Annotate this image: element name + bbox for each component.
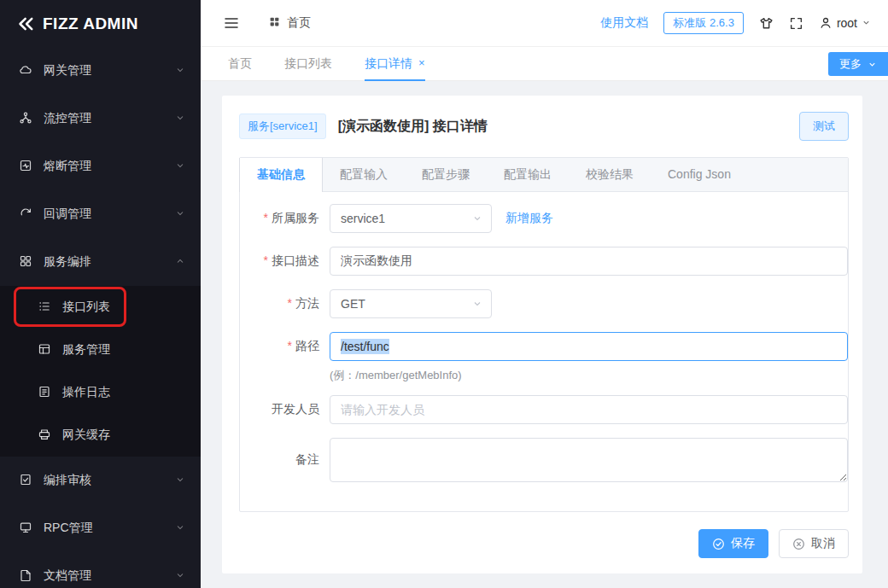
path-input[interactable]: /test/func <box>330 332 848 361</box>
path-input-selected-text: /test/func <box>341 339 389 354</box>
sidebar-item-service-mgmt[interactable]: 服务管理 <box>0 329 201 371</box>
logo-text: FIZZ ADMIN <box>43 15 138 33</box>
chevron-down-icon <box>175 207 185 221</box>
sidebar-item-orchestration[interactable]: 服务编排 <box>0 238 201 286</box>
chevron-up-icon <box>175 255 185 269</box>
tab-config-steps[interactable]: 配置步骤 <box>405 158 487 192</box>
rpc-icon <box>19 521 32 537</box>
sidebar-item-label: 接口列表 <box>62 300 185 315</box>
api-list-icon <box>38 300 51 316</box>
sidebar-item-operation-log[interactable]: 操作日志 <box>0 371 201 414</box>
form-row-remark: 备注 <box>240 438 848 482</box>
required-mark: * <box>288 296 292 310</box>
basic-info-form: *所属服务 service1 新增服务 *接口描述 <box>240 192 848 511</box>
username: root <box>837 16 857 30</box>
service-mgmt-icon <box>38 342 51 358</box>
gateway-icon <box>19 63 32 79</box>
home-breadcrumb[interactable]: 首页 <box>269 15 311 31</box>
gateway-cache-icon <box>38 428 51 444</box>
path-label: *路径 <box>240 339 330 354</box>
chevron-down-icon <box>862 16 871 30</box>
app-root: FIZZ ADMIN 网关管理 流控管理 熔断管理 回调管理 <box>0 0 888 588</box>
close-icon[interactable]: × <box>418 57 425 68</box>
test-button[interactable]: 测试 <box>799 112 849 141</box>
more-label: 更多 <box>839 56 862 72</box>
method-select[interactable]: GET <box>330 289 492 318</box>
sidebar-item-label: 编排审核 <box>44 473 164 488</box>
add-service-link[interactable]: 新增服务 <box>505 211 553 226</box>
tab-validation-result[interactable]: 校验结果 <box>569 158 651 192</box>
service-select-value: service1 <box>341 212 472 225</box>
description-input[interactable] <box>330 247 848 276</box>
person-icon <box>819 16 832 30</box>
form-row-method: *方法 GET <box>240 289 848 318</box>
circuit-breaker-icon <box>19 159 32 175</box>
tab-basic-info[interactable]: 基础信息 <box>239 158 323 192</box>
form-row-service: *所属服务 service1 新增服务 <box>240 204 848 233</box>
user-menu[interactable]: root <box>819 16 871 30</box>
path-hint: (例：/member/getMebInfo) <box>330 368 848 383</box>
sidebar-item-label: 网关缓存 <box>62 428 185 443</box>
sidebar-item-label: 网关管理 <box>44 63 164 79</box>
sidebar-item-circuit-breaker[interactable]: 熔断管理 <box>0 143 201 190</box>
sidebar-item-gateway-cache[interactable]: 网关缓存 <box>0 414 201 457</box>
topbar: 首页 使用文档 标准版 2.6.3 root <box>201 0 888 47</box>
cancel-button[interactable]: 取消 <box>779 529 849 558</box>
operation-log-icon <box>38 385 51 401</box>
tab-api-list[interactable]: 接口列表 <box>284 47 332 81</box>
chevron-down-icon <box>175 112 185 125</box>
tab-config-output[interactable]: 配置输出 <box>487 158 569 192</box>
tab-home[interactable]: 首页 <box>228 47 252 81</box>
document-icon <box>19 568 32 585</box>
sidebar-item-label: 回调管理 <box>44 207 164 222</box>
home-label: 首页 <box>287 15 311 31</box>
orchestration-submenu: 接口列表 服务管理 操作日志 网关缓存 <box>0 286 201 457</box>
description-label: *接口描述 <box>240 253 330 269</box>
save-button[interactable]: 保存 <box>698 529 768 558</box>
sidebar-item-api-list[interactable]: 接口列表 <box>0 286 201 329</box>
sidebar-item-gateway[interactable]: 网关管理 <box>0 47 201 95</box>
flow-control-icon <box>19 111 32 127</box>
sidebar-item-label: 熔断管理 <box>44 159 164 174</box>
sidebar-item-callback[interactable]: 回调管理 <box>0 190 201 238</box>
service-tag: 服务[service1] <box>239 114 326 139</box>
tab-api-detail[interactable]: 接口详情 × <box>365 47 425 81</box>
sidebar-item-rpc[interactable]: RPC管理 <box>0 504 201 552</box>
card-footer: 保存 取消 <box>239 529 849 558</box>
sidebar-item-flow-control[interactable]: 流控管理 <box>0 95 201 143</box>
sidebar-item-review[interactable]: 编排审核 <box>0 457 201 504</box>
sidebar-item-label: RPC管理 <box>44 521 164 536</box>
chevron-down-icon <box>472 299 482 309</box>
docs-link[interactable]: 使用文档 <box>600 15 648 31</box>
callback-icon <box>19 207 32 223</box>
logo: FIZZ ADMIN <box>0 0 201 47</box>
tab-label: 接口详情 <box>365 47 412 79</box>
form-row-path-hint: (例：/member/getMebInfo) <box>240 368 848 383</box>
theme-icon[interactable] <box>759 16 774 31</box>
sidebar-menu: 网关管理 流控管理 熔断管理 回调管理 服务编排 <box>0 47 201 588</box>
tab-config-json[interactable]: Config Json <box>651 158 748 192</box>
page-tabbar: 首页 接口列表 接口详情 × 更多 <box>201 47 888 81</box>
hamburger-menu-icon[interactable] <box>223 15 240 32</box>
form-row-path: *路径 /test/func <box>240 332 848 361</box>
required-mark: * <box>288 339 292 352</box>
chevron-down-icon <box>175 474 185 487</box>
sidebar-item-documents[interactable]: 文档管理 <box>0 552 201 588</box>
form-row-description: *接口描述 <box>240 247 848 276</box>
review-icon <box>19 473 32 489</box>
version-badge[interactable]: 标准版 2.6.3 <box>663 12 744 34</box>
sidebar-item-label: 服务编排 <box>44 254 164 270</box>
fullscreen-icon[interactable] <box>789 16 803 31</box>
remark-textarea[interactable] <box>330 438 848 482</box>
content-area: 服务[service1] [演示函数使用] 接口详情 测试 基础信息 配置输入 … <box>201 81 888 588</box>
service-select[interactable]: service1 <box>330 204 492 233</box>
tab-label: 接口列表 <box>284 47 332 79</box>
required-mark: * <box>264 211 268 224</box>
save-label: 保存 <box>731 536 755 551</box>
developer-input[interactable] <box>330 395 848 424</box>
cancel-label: 取消 <box>811 536 835 551</box>
panel-tabs: 基础信息 配置输入 配置步骤 配置输出 校验结果 Config Json <box>240 158 848 192</box>
tab-config-input[interactable]: 配置输入 <box>323 158 405 192</box>
detail-card: 服务[service1] [演示函数使用] 接口详情 测试 基础信息 配置输入 … <box>222 96 862 573</box>
more-button[interactable]: 更多 <box>828 52 888 76</box>
